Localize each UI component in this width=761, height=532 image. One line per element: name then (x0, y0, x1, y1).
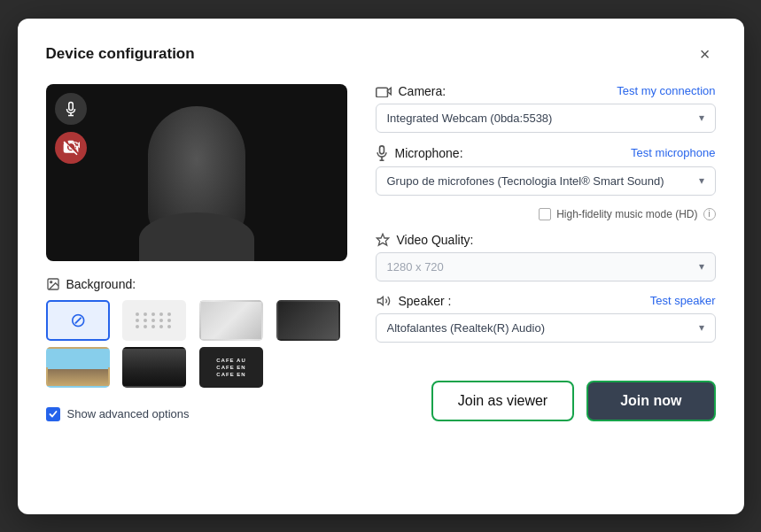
video-quality-label-row: Video Quality: (376, 233, 716, 247)
video-quality-label: Video Quality: (376, 233, 474, 247)
modal-body: Background: ⊘ (46, 84, 716, 421)
speaker-label: Speaker : (376, 294, 452, 308)
advanced-options-label: Show advanced options (67, 407, 190, 420)
footer-buttons: Join as viewer Join now (376, 365, 716, 421)
dots-pattern (136, 312, 173, 328)
video-quality-label-text: Video Quality: (397, 233, 474, 247)
video-preview (46, 84, 347, 261)
microphone-select-value: Grupo de microfones (Tecnologia Intel® S… (387, 174, 664, 188)
test-camera-button[interactable]: Test my connection (617, 84, 715, 97)
text-line-2: CAFE EN (216, 365, 245, 370)
background-label: Background: (46, 277, 347, 291)
advanced-options-row: Show advanced options (46, 407, 347, 421)
microphone-select[interactable]: Grupo de microfones (Tecnologia Intel® S… (376, 166, 716, 196)
background-none-item[interactable]: ⊘ (46, 300, 110, 341)
svg-marker-8 (377, 297, 383, 305)
microphone-label-text: Microphone: (395, 146, 463, 160)
test-microphone-button[interactable]: Test microphone (631, 146, 715, 159)
background-section: Background: ⊘ (46, 277, 347, 388)
background-dots-item[interactable] (122, 300, 186, 341)
camera-off-icon (62, 139, 80, 157)
svg-point-1 (50, 281, 51, 282)
modal-header: Device configuration × (46, 43, 716, 65)
device-configuration-modal: Device configuration × (18, 19, 744, 514)
checkmark-icon (49, 410, 58, 419)
speaker-row: Speaker : Test speaker Altofalantes (Rea… (376, 294, 716, 343)
background-room-item[interactable] (199, 300, 263, 341)
microphone-toggle-button[interactable] (55, 93, 87, 125)
background-beach-item[interactable] (46, 347, 110, 388)
svg-rect-2 (376, 88, 387, 97)
text-lines: CAFE AU CAFE EN CAFE EN (216, 358, 245, 377)
video-quality-value: 1280 x 720 (387, 260, 444, 274)
right-panel: Camera: Test my connection Integrated We… (376, 84, 716, 421)
camera-icon (376, 85, 392, 97)
user-avatar-silhouette (148, 106, 245, 239)
speaker-chevron-icon: ▾ (699, 321, 704, 334)
background-grid: ⊘ (46, 300, 347, 388)
video-quality-select[interactable]: 1280 x 720 ▾ (376, 252, 716, 281)
video-quality-row: Video Quality: 1280 x 720 ▾ (376, 233, 716, 281)
microphone-chevron-icon: ▾ (699, 174, 704, 187)
speaker-icon (376, 294, 392, 308)
test-speaker-button[interactable]: Test speaker (650, 294, 716, 307)
microphone-row: Microphone: Test microphone Grupo de mic… (376, 145, 716, 196)
info-icon[interactable]: i (703, 208, 716, 220)
image-icon (46, 277, 60, 291)
camera-select[interactable]: Integrated Webcam (0bda:5538) ▾ (376, 104, 716, 133)
microphone-icon (63, 101, 79, 117)
text-line-3: CAFE EN (216, 372, 245, 377)
advanced-options-checkbox[interactable] (46, 407, 60, 421)
camera-chevron-icon: ▾ (699, 112, 704, 124)
speaker-select[interactable]: Altofalantes (Realtek(R) Audio) ▾ (376, 313, 716, 343)
camera-label-row: Camera: Test my connection (376, 84, 716, 98)
modal-title: Device configuration (46, 45, 195, 63)
hifi-label: High-fidelity music mode (HD) (556, 208, 697, 220)
speaker-label-row: Speaker : Test speaker (376, 294, 716, 308)
camera-toggle-button[interactable] (55, 132, 87, 164)
svg-marker-7 (377, 234, 388, 245)
hifi-row: High-fidelity music mode (HD) i (376, 208, 716, 220)
camera-row: Camera: Test my connection Integrated We… (376, 84, 716, 133)
background-dark-item[interactable] (276, 300, 340, 341)
background-text: Background: (66, 277, 136, 291)
speaker-label-text: Speaker : (399, 294, 452, 308)
left-panel: Background: ⊘ (46, 84, 347, 421)
hifi-checkbox[interactable] (539, 208, 551, 220)
camera-label-text: Camera: (399, 84, 447, 98)
star-icon (376, 233, 390, 247)
join-as-viewer-button[interactable]: Join as viewer (431, 381, 574, 421)
text-line-1: CAFE AU (216, 358, 245, 363)
microphone-label: Microphone: (376, 145, 463, 161)
join-now-button[interactable]: Join now (586, 381, 715, 421)
mic-icon (376, 145, 388, 161)
background-text-item[interactable]: CAFE AU CAFE EN CAFE EN (199, 347, 263, 388)
svg-rect-4 (379, 145, 384, 153)
close-button[interactable]: × (695, 43, 716, 65)
microphone-label-row: Microphone: Test microphone (376, 145, 716, 161)
camera-select-value: Integrated Webcam (0bda:5538) (387, 112, 553, 125)
speaker-select-value: Altofalantes (Realtek(R) Audio) (387, 321, 545, 335)
background-city-item[interactable] (122, 347, 186, 388)
none-icon: ⊘ (70, 309, 86, 332)
camera-label: Camera: (376, 84, 447, 98)
video-quality-chevron-icon: ▾ (699, 260, 704, 273)
